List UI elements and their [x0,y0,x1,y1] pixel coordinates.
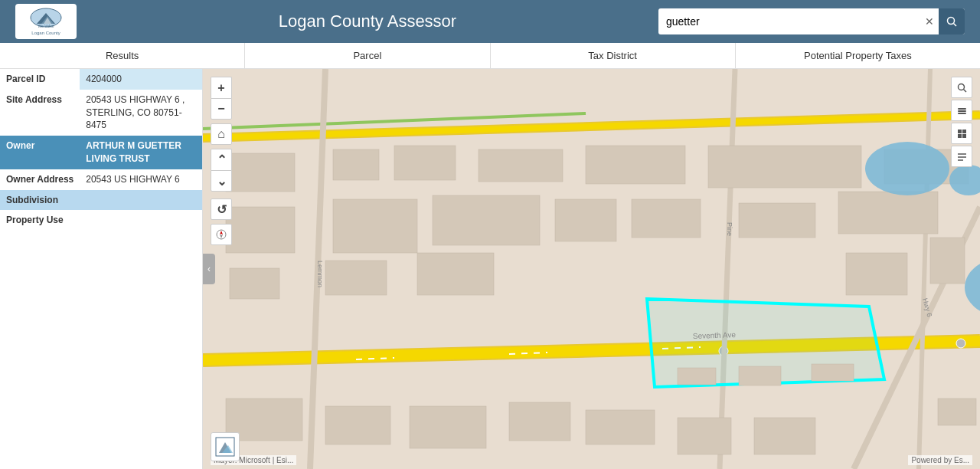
collapse-panel-button[interactable]: ‹ [203,254,215,284]
header-title: Logan County Assessor [92,11,643,31]
close-icon: ✕ [925,15,934,28]
svg-rect-67 [958,108,966,110]
compass-button[interactable] [211,224,232,245]
label-subdivision: Subdivision [0,190,80,211]
table-row: Owner Address 20543 US HIGHWAY 6 [0,169,202,190]
svg-rect-46 [678,368,716,385]
home-button[interactable]: ⌂ [211,123,232,145]
table-row: Site Address 20543 US HIGHWAY 6 , STERLI… [0,90,202,136]
tab-parcel[interactable]: Parcel [245,43,490,68]
svg-rect-56 [938,398,976,425]
svg-rect-30 [333,199,417,253]
basemap-button[interactable] [951,100,972,121]
table-row-subdivision: Subdivision [0,190,202,211]
svg-rect-40 [230,268,279,299]
search-input[interactable] [658,8,920,34]
zoom-in-button[interactable]: + [211,77,232,98]
legend-icon [957,152,967,162]
map-logo-box [211,432,240,461]
grid-view-button[interactable] [951,123,972,144]
label-site-address: Site Address [0,90,80,136]
tab-results[interactable]: Results [0,43,245,68]
svg-rect-34 [739,203,815,238]
svg-rect-68 [958,110,966,112]
value-property-use [80,210,202,231]
logo-text: Logan County [29,31,63,36]
tilt-down-button[interactable]: ⌄ [211,170,232,192]
left-panel: Parcel ID 4204000 Site Address 20543 US … [0,69,203,469]
svg-rect-43 [846,253,907,295]
svg-point-65 [958,84,964,90]
value-owner: ARTHUR M GUETTER LIVING TRUST [80,136,202,169]
svg-text:Pine: Pine [726,222,733,236]
powered-by: Powered by Es... [908,455,972,465]
svg-rect-41 [325,261,387,295]
rotate-button[interactable]: ↺ [211,198,232,220]
search-clear-button[interactable]: ✕ [920,15,939,28]
main-content: Parcel ID 4204000 Site Address 20543 US … [0,69,980,469]
svg-rect-44 [930,238,965,284]
svg-rect-73 [962,134,966,138]
svg-rect-51 [410,406,486,448]
label-owner-address: Owner Address [0,169,80,190]
north-arrow-icon [216,229,227,240]
svg-rect-48 [812,364,854,381]
value-subdivision [80,190,202,211]
svg-text:Seventh Ave: Seventh Ave [693,330,737,340]
logo: We Value Logan County [15,4,77,39]
svg-rect-27 [708,146,861,188]
magnifier-icon [957,83,967,93]
svg-rect-70 [958,130,962,133]
parcel-info-table: Parcel ID 4204000 Site Address 20543 US … [0,69,202,231]
label-property-use: Property Use [0,210,80,231]
map-area[interactable]: Seventh Ave Pine Lemmon Hwy 6 + − ⌂ ⌃ ⌄ … [203,69,980,469]
tilt-up-button[interactable]: ⌃ [211,149,232,170]
nav-tabs: Results Parcel Tax District Potential Pr… [0,43,980,69]
svg-rect-50 [325,406,390,444]
svg-rect-71 [962,130,966,133]
grid-icon [957,129,967,139]
map-right-controls [951,77,972,167]
svg-rect-33 [632,199,701,238]
svg-rect-26 [586,146,685,184]
tab-tax-district[interactable]: Tax District [491,43,736,68]
svg-rect-29 [226,207,295,253]
svg-rect-52 [509,402,570,441]
search-button[interactable] [939,8,965,34]
svg-point-36 [865,142,949,195]
legend-button[interactable] [951,146,972,167]
svg-text:We Value: We Value [38,24,54,28]
layers-icon [957,106,967,116]
svg-rect-24 [394,146,456,180]
value-owner-address: 20543 US HIGHWAY 6 [80,169,202,190]
svg-point-17 [956,339,965,348]
svg-line-6 [954,24,957,27]
table-row: Property Use [0,210,202,231]
label-parcel-id: Parcel ID [0,69,80,90]
svg-rect-53 [586,410,655,444]
search-icon [946,16,957,27]
tab-potential-property-taxes[interactable]: Potential Property Taxes [736,43,980,68]
map-search-button[interactable] [951,77,972,98]
svg-line-66 [963,89,966,92]
map-svg: Seventh Ave Pine Lemmon Hwy 6 [203,69,980,469]
svg-rect-35 [838,192,938,234]
map-controls: + − ⌂ ⌃ ⌄ ↺ [211,77,232,245]
svg-rect-47 [739,366,781,385]
search-bar: ✕ [658,8,965,34]
logo-mountain-icon: We Value [29,7,63,28]
zoom-out-button[interactable]: − [211,98,232,120]
table-row: Parcel ID 4204000 [0,69,202,90]
label-owner: Owner [0,136,80,169]
zoom-controls: + − [211,77,232,120]
svg-rect-32 [555,199,616,241]
svg-rect-31 [433,195,540,245]
svg-rect-72 [958,134,962,138]
svg-rect-55 [754,418,815,454]
tilt-controls: ⌃ ⌄ [211,149,232,192]
svg-point-5 [948,18,955,25]
value-parcel-id: 4204000 [80,69,202,90]
svg-rect-22 [226,153,295,192]
svg-rect-25 [479,149,563,182]
svg-rect-23 [333,149,379,180]
